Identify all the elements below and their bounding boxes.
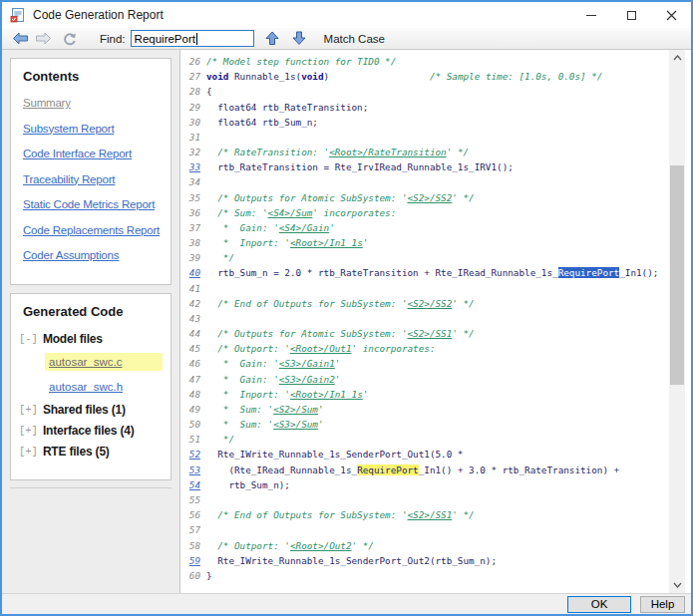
line-number: 26 (180, 54, 200, 69)
file-link-autosar-swc-c[interactable]: autosar_swc.c (45, 353, 163, 371)
code-comment-link[interactable]: <S2>/SS1 (408, 509, 453, 520)
code-comment-link[interactable]: <S3>/Gain2 (279, 374, 335, 385)
line-number: 27 (180, 69, 200, 84)
expand-icon[interactable]: [+] (19, 446, 38, 458)
code-comment-link[interactable]: <S2>/SS1 (408, 328, 453, 339)
code-segment: ' (363, 389, 369, 400)
contents-panel: Contents SummarySubsystem ReportCode Int… (10, 58, 172, 285)
code-segment: /* Outport: ' (206, 540, 290, 551)
code-text: rtb_RateTransition = Rte_IrvIRead_Runnab… (206, 159, 514, 174)
code-segment: (Rte_IRead_Runnable_1s_ (206, 464, 357, 475)
forward-button[interactable] (33, 29, 53, 49)
line-number: 49 (180, 402, 200, 417)
find-previous-button[interactable] (262, 29, 282, 49)
contents-link-traceability-report[interactable]: Traceability Report (23, 173, 171, 185)
code-comment-link[interactable]: <S2>/SS2 (408, 192, 453, 203)
arrow-right-icon (35, 32, 52, 45)
code-comment-link[interactable]: <S2>/SS2 (408, 298, 453, 309)
code-line: 33 rtb_RateTransition = Rte_IrvIRead_Run… (180, 159, 669, 174)
find-match: RequirePort (357, 464, 419, 475)
code-comment-link[interactable]: <Root>/Out1 (290, 343, 352, 354)
scroll-up-button[interactable] (669, 50, 685, 66)
line-number-link[interactable]: 52 (180, 447, 200, 462)
line-number-link[interactable]: 53 (180, 462, 200, 477)
code-segment: rtb_Sum_n = 2.0 * rtb_RateTransition + R… (206, 267, 558, 278)
match-case-toggle[interactable]: Match Case (324, 33, 385, 45)
scroll-down-button[interactable] (669, 577, 685, 593)
code-segment: * Gain: ' (206, 358, 279, 369)
vertical-scrollbar[interactable] (669, 50, 685, 593)
close-button[interactable] (651, 2, 691, 28)
code-line: 29 float64 rtb_RateTransition; (180, 100, 669, 115)
collapse-icon[interactable]: [-] (19, 333, 38, 345)
code-text: /* Model step function for TID0 */ (206, 54, 396, 69)
code-segment: ) (324, 71, 430, 82)
line-number-link[interactable]: 59 (180, 553, 200, 568)
sidebar-separator (10, 487, 172, 488)
code-comment-link[interactable]: <S3>/Sum (273, 419, 318, 430)
code-segment: float64 rtb_RateTransition; (206, 102, 368, 113)
code-text: * Gain: '<S3>/Gain2' (206, 372, 340, 387)
contents-link-static-code-metrics-report[interactable]: Static Code Metrics Report (23, 198, 171, 210)
code-pane: 26/* Model step function for TID0 */27vo… (179, 50, 691, 593)
expand-icon[interactable]: [+] (19, 404, 38, 416)
code-comment-link[interactable]: <Root>/In1_1s (290, 237, 363, 248)
line-number: 43 (180, 311, 200, 326)
code-comment-link[interactable]: <S4>/Gain (279, 222, 329, 233)
code-text: /* Outputs for Atomic SubSystem: '<S2>/S… (206, 190, 475, 205)
tree-group: [+]Interface files (4) (19, 424, 171, 438)
code-comment-link[interactable]: <S3>/Gain1 (279, 358, 335, 369)
code-comment-link[interactable]: <Root>/RateTransition (329, 147, 447, 157)
back-button[interactable] (10, 29, 30, 49)
arrow-up-icon (265, 31, 279, 46)
refresh-button[interactable] (59, 29, 79, 49)
ok-button[interactable]: OK (567, 596, 631, 613)
code-line: 32 /* RateTransition: '<Root>/RateTransi… (180, 145, 669, 159)
code-line: 56 /* End of Outputs for SubSystem: '<S2… (180, 507, 669, 522)
line-number-link[interactable]: 40 (180, 265, 200, 280)
code-segment: * Sum: ' (206, 404, 273, 415)
code-segment: */ (206, 252, 234, 263)
code-text: /* Sum: '<S4>/Sum' incorporates: (206, 205, 396, 220)
code-comment-link[interactable]: <S4>/Sum (268, 207, 313, 218)
code-segment: ' (329, 222, 335, 233)
line-number-link[interactable]: 54 (180, 477, 200, 492)
contents-link-code-replacements-report[interactable]: Code Replacements Report (23, 224, 171, 236)
scrollbar-thumb[interactable] (670, 165, 684, 385)
scrollbar-track[interactable] (669, 66, 685, 577)
line-number: 38 (180, 235, 200, 250)
code-segment: ' (318, 404, 324, 415)
line-number: 45 (180, 341, 200, 356)
find-input-value: RequirePort (135, 33, 195, 45)
code-line: 38 * Inport: '<Root>/In1_1s' (180, 235, 669, 250)
line-number: 28 (180, 84, 200, 99)
line-number: 44 (180, 326, 200, 341)
code-line: 46 * Gain: '<S3>/Gain1' (180, 356, 669, 371)
tree-group-label: Interface files (4) (43, 424, 135, 438)
contents-link-subsystem-report[interactable]: Subsystem Report (23, 123, 171, 135)
code-segment: * Inport: ' (206, 389, 290, 400)
contents-link-code-interface-report[interactable]: Code Interface Report (23, 148, 171, 159)
code-text: rtb_Sum_n = 2.0 * rtb_RateTransition + R… (206, 265, 658, 280)
find-next-button[interactable] (289, 29, 309, 49)
chevron-down-icon (673, 582, 682, 588)
contents-link-summary[interactable]: Summary (23, 97, 171, 109)
maximize-button[interactable] (611, 2, 651, 28)
line-number-link[interactable]: 33 (180, 159, 200, 174)
code-line: 36 /* Sum: '<S4>/Sum' incorporates: (180, 205, 669, 220)
code-line: 40 rtb_Sum_n = 2.0 * rtb_RateTransition … (180, 265, 669, 280)
code-comment-link[interactable]: <S2>/Sum (273, 404, 318, 415)
code-line: 52 Rte_IWrite_Runnable_1s_SenderPort_Out… (180, 447, 669, 462)
file-link-autosar-swc-h[interactable]: autosar_swc.h (45, 378, 163, 396)
expand-icon[interactable]: [+] (19, 425, 38, 437)
code-segment: * Sum: ' (206, 419, 273, 430)
code-line: 27void Runnable_1s(void) /* Sample time:… (180, 69, 669, 84)
code-segment: ' */ (452, 192, 474, 203)
line-number: 31 (180, 130, 200, 145)
help-button[interactable]: Help (640, 596, 685, 613)
find-input[interactable]: RequirePort (131, 30, 254, 47)
minimize-button[interactable] (571, 2, 611, 28)
contents-link-coder-assumptions[interactable]: Coder Assumptions (23, 249, 171, 261)
code-comment-link[interactable]: <Root>/In1_1s (290, 389, 363, 400)
code-comment-link[interactable]: <Root>/Out2 (290, 540, 352, 551)
